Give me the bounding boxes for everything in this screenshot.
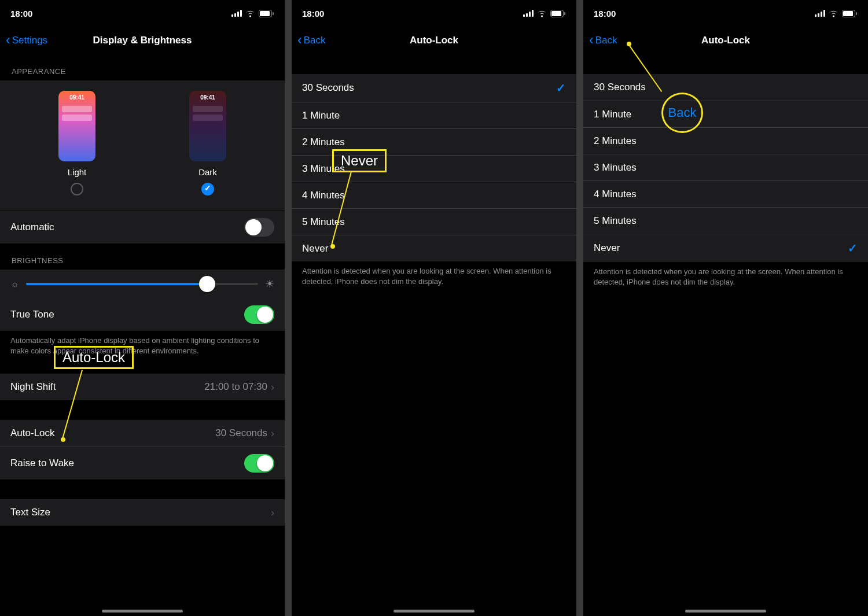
callout-back: Back — [661, 93, 703, 133]
callout-never: Never — [332, 149, 387, 172]
status-time: 18:00 — [594, 9, 616, 19]
option-30s[interactable]: 30 Seconds✓ — [292, 74, 576, 102]
phone-display-brightness: 18:00 ‹ Settings Display & Brightness AP… — [0, 0, 285, 616]
theme-light-thumb: 09:41 — [58, 91, 95, 161]
theme-dark-thumb: 09:41 — [189, 91, 226, 161]
option-3m[interactable]: 3 Minutes — [583, 154, 868, 180]
theme-light[interactable]: 09:41 Light — [58, 91, 95, 196]
callout-dot — [330, 244, 335, 249]
nav-bar: ‹ Settings Display & Brightness — [0, 27, 285, 54]
option-4m[interactable]: 4 Minutes — [292, 182, 576, 208]
autolock-options: 30 Seconds 1 Minute 2 Minutes 3 Minutes … — [583, 74, 868, 262]
back-label: Settings — [12, 35, 47, 46]
nav-bar: ‹ Back Auto-Lock — [292, 27, 576, 54]
raise-toggle[interactable] — [244, 454, 274, 473]
cellular-icon — [523, 10, 534, 17]
brightness-slider[interactable] — [26, 283, 258, 285]
check-icon: ✓ — [848, 241, 858, 255]
svg-rect-8 — [856, 12, 857, 15]
raise-row: Raise to Wake — [0, 447, 285, 479]
battery-icon — [842, 10, 858, 17]
status-bar: 18:00 — [583, 0, 868, 27]
callout-autolock: Auto-Lock — [54, 346, 134, 369]
home-indicator — [685, 610, 766, 613]
option-never[interactable]: Never — [292, 235, 576, 261]
option-2m[interactable]: 2 Minutes — [583, 127, 868, 154]
check-icon: ✓ — [556, 81, 566, 95]
option-1m[interactable]: 1 Minute — [292, 102, 576, 128]
nav-title: Auto-Lock — [410, 35, 458, 46]
back-button[interactable]: ‹ Back — [589, 35, 617, 47]
autolock-row[interactable]: Auto-Lock 30 Seconds› — [0, 420, 285, 447]
nav-bar: ‹ Back Auto-Lock — [583, 27, 868, 54]
automatic-row: Automatic — [0, 211, 285, 244]
chevron-left-icon: ‹ — [297, 34, 302, 47]
autolock-footer: Attention is detected when you are looki… — [583, 262, 868, 292]
theme-light-label: Light — [58, 167, 95, 177]
nav-title: Auto-Lock — [701, 35, 750, 46]
nightshift-label: Night Shift — [10, 381, 56, 393]
theme-dark-radio[interactable] — [201, 183, 214, 196]
back-button[interactable]: ‹ Back — [297, 35, 325, 47]
raise-label: Raise to Wake — [10, 458, 74, 469]
automatic-label: Automatic — [10, 222, 54, 233]
svg-rect-5 — [564, 12, 565, 15]
theme-dark[interactable]: 09:41 Dark — [189, 91, 226, 196]
status-time: 18:00 — [10, 9, 32, 19]
truetone-label: True Tone — [10, 309, 54, 320]
phone-autolock-2: 18:00 ‹ Back Auto-Lock 30 Seconds 1 Minu… — [583, 0, 868, 616]
chevron-right-icon: › — [271, 507, 274, 519]
textsize-label: Text Size — [10, 507, 50, 518]
status-time: 18:00 — [302, 9, 324, 19]
chevron-right-icon: › — [271, 427, 274, 440]
truetone-row: True Tone — [0, 298, 285, 331]
phone-autolock-1: 18:00 ‹ Back Auto-Lock 30 Seconds✓ 1 Min… — [292, 0, 576, 616]
chevron-left-icon: ‹ — [6, 34, 10, 47]
sun-low-icon: ☼ — [10, 279, 19, 289]
nightshift-row[interactable]: Night Shift 21:00 to 07:30› — [0, 374, 285, 400]
truetone-toggle[interactable] — [244, 305, 274, 324]
autolock-footer: Attention is detected when you are looki… — [292, 261, 576, 292]
status-bar: 18:00 — [292, 0, 576, 27]
brightness-header: BRIGHTNESS — [0, 244, 285, 270]
svg-rect-7 — [843, 11, 853, 16]
theme-dark-label: Dark — [189, 167, 226, 177]
wifi-icon — [829, 10, 838, 17]
option-never[interactable]: Never✓ — [583, 234, 868, 262]
back-label: Back — [595, 35, 617, 46]
cellular-icon — [231, 10, 242, 17]
back-label: Back — [304, 35, 326, 46]
appearance-section: 09:41 Light 09:41 Dark — [0, 80, 285, 211]
wifi-icon — [245, 10, 255, 17]
home-indicator — [393, 610, 475, 613]
automatic-toggle[interactable] — [244, 218, 274, 237]
chevron-left-icon: ‹ — [589, 34, 594, 47]
autolock-label: Auto-Lock — [10, 427, 55, 439]
chevron-right-icon: › — [271, 381, 274, 393]
callout-dot — [627, 42, 631, 46]
sun-high-icon: ☀ — [265, 278, 274, 290]
option-5m[interactable]: 5 Minutes — [583, 207, 868, 234]
svg-rect-2 — [273, 12, 274, 15]
textsize-row[interactable]: Text Size › — [0, 499, 285, 526]
option-4m[interactable]: 4 Minutes — [583, 180, 868, 207]
callout-dot — [61, 437, 65, 442]
battery-icon — [259, 10, 274, 17]
battery-icon — [550, 10, 566, 17]
brightness-slider-row: ☼ ☀ — [0, 270, 285, 298]
appearance-header: APPEARANCE — [0, 54, 285, 80]
cellular-icon — [815, 10, 825, 17]
back-button[interactable]: ‹ Settings — [6, 35, 47, 47]
svg-rect-4 — [551, 11, 561, 16]
truetone-footer: Automatically adapt iPhone display based… — [0, 331, 285, 361]
status-right — [231, 10, 274, 17]
theme-light-radio[interactable] — [71, 183, 83, 196]
status-bar: 18:00 — [0, 0, 285, 27]
home-indicator — [102, 610, 183, 613]
wifi-icon — [537, 10, 547, 17]
option-30s[interactable]: 30 Seconds — [583, 74, 868, 101]
option-1m[interactable]: 1 Minute — [583, 101, 868, 127]
nav-title: Display & Brightness — [93, 35, 192, 46]
svg-rect-1 — [260, 11, 270, 16]
